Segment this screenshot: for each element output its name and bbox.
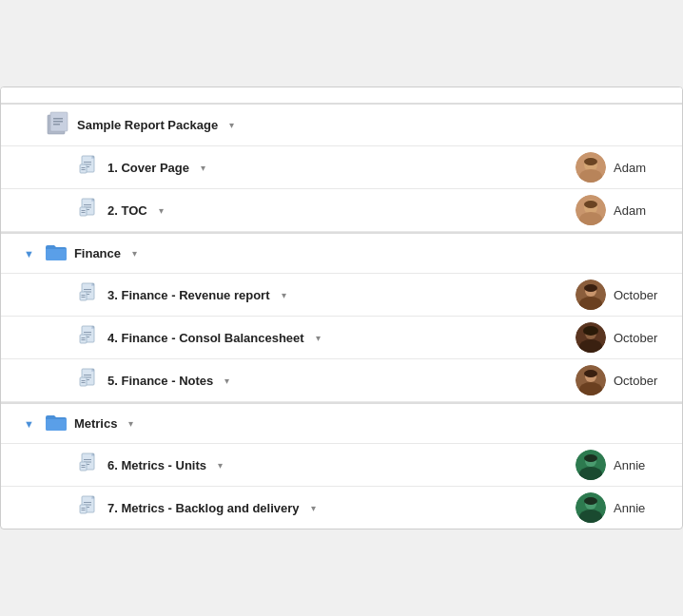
row-author-cover-page: Adam: [576, 152, 671, 183]
row-author-finance-notes: October: [576, 365, 671, 395]
svg-rect-44: [80, 335, 87, 343]
avatar-finance-revenue: [576, 279, 606, 310]
svg-point-83: [584, 497, 597, 505]
type-icon-sample-report-package: [45, 110, 71, 140]
svg-rect-63: [84, 459, 91, 460]
svg-rect-2: [53, 118, 63, 120]
row-author-finance-revenue: October: [576, 279, 671, 310]
svg-rect-34: [82, 295, 86, 296]
svg-rect-46: [82, 339, 86, 340]
row-label-metrics-units: 6. Metrics - Units: [107, 458, 206, 472]
row-name-finance-notes: 5. Finance - Notes ▾: [12, 368, 452, 394]
row-finance: ▼ Finance ▾: [1, 232, 682, 274]
svg-rect-41: [84, 332, 91, 333]
svg-point-28: [584, 201, 597, 208]
row-finance-consol: 4. Finance - Consol Balancesheet ▾ Octob…: [1, 317, 682, 359]
row-metrics-units: 6. Metrics - Units ▾ Annie: [1, 444, 682, 487]
report-table: Sample Report Package ▾ 1. Cover Page ▾: [0, 87, 683, 529]
row-finance-notes: 5. Finance - Notes ▾ October: [1, 359, 682, 402]
row-label-sample-report-package: Sample Report Package: [77, 118, 218, 132]
svg-rect-35: [82, 297, 86, 298]
svg-rect-3: [53, 121, 63, 123]
author-name-finance-revenue: October: [614, 288, 657, 302]
svg-rect-33: [80, 292, 87, 300]
row-label-finance: Finance: [74, 246, 121, 260]
svg-rect-6: [84, 162, 91, 163]
dropdown-arrow-metrics-backlog[interactable]: ▾: [311, 503, 316, 513]
rows-container: Sample Report Package ▾ 1. Cover Page ▾: [1, 105, 682, 529]
row-metrics: ▼ Metrics ▾: [1, 402, 682, 444]
collapse-icon[interactable]: ▼: [24, 248, 34, 260]
svg-point-16: [584, 158, 597, 165]
row-finance-revenue: 3. Finance - Revenue report ▾ October: [1, 274, 682, 317]
dropdown-arrow-finance-revenue[interactable]: ▾: [282, 290, 286, 300]
dropdown-arrow-metrics-units[interactable]: ▾: [218, 460, 223, 471]
row-author-metrics-units: Annie: [576, 450, 671, 480]
svg-rect-67: [82, 465, 86, 466]
svg-rect-74: [84, 502, 91, 503]
svg-rect-77: [80, 505, 87, 513]
svg-point-50: [583, 326, 598, 336]
type-icon-finance-consol: [79, 325, 102, 351]
row-name-metrics-backlog: 7. Metrics - Backlog and delivery ▾: [12, 495, 452, 521]
svg-rect-9: [80, 164, 87, 173]
svg-rect-30: [84, 289, 91, 290]
svg-rect-55: [80, 377, 87, 386]
row-label-finance-notes: 5. Finance - Notes: [107, 374, 213, 388]
dropdown-arrow-finance-notes[interactable]: ▾: [224, 375, 229, 386]
row-author-metrics-backlog: Annie: [576, 492, 671, 523]
type-icon-finance-revenue: [79, 282, 102, 308]
row-label-metrics: Metrics: [74, 416, 118, 431]
row-cover-page: 1. Cover Page ▾ Adam: [1, 146, 682, 189]
dropdown-arrow-metrics[interactable]: ▾: [128, 418, 133, 429]
svg-rect-68: [82, 467, 86, 468]
avatar-toc: [576, 195, 606, 225]
svg-rect-56: [82, 380, 86, 381]
type-icon-finance-notes: [79, 368, 102, 394]
author-name-toc: Adam: [614, 203, 646, 218]
type-icon-metrics-backlog: [79, 495, 102, 521]
row-label-cover-page: 1. Cover Page: [107, 161, 189, 175]
svg-rect-10: [82, 167, 86, 168]
svg-point-39: [584, 284, 597, 292]
svg-point-72: [584, 454, 597, 462]
svg-rect-66: [80, 462, 87, 471]
dropdown-arrow-finance-consol[interactable]: ▾: [316, 333, 321, 343]
row-author-finance-consol: October: [576, 322, 671, 353]
author-name-cover-page: Adam: [614, 161, 646, 175]
author-name-finance-consol: October: [614, 331, 657, 345]
dropdown-arrow-sample-report-package[interactable]: ▾: [229, 120, 234, 130]
avatar-finance-notes: [576, 365, 606, 395]
row-name-cover-page: 1. Cover Page ▾: [12, 155, 452, 181]
row-name-metrics-units: 6. Metrics - Units ▾: [12, 452, 452, 478]
svg-rect-57: [82, 382, 86, 383]
row-label-finance-consol: 4. Finance - Consol Balancesheet: [107, 331, 304, 345]
svg-point-61: [584, 370, 597, 377]
row-label-metrics-backlog: 7. Metrics - Backlog and delivery: [107, 501, 300, 515]
svg-rect-45: [82, 337, 86, 338]
type-icon-cover-page: [79, 155, 102, 181]
row-label-toc: 2. TOC: [107, 203, 147, 218]
svg-rect-52: [84, 375, 91, 375]
svg-rect-21: [80, 207, 87, 216]
svg-rect-23: [82, 212, 86, 213]
avatar-metrics-units: [576, 450, 606, 480]
type-icon-toc: [79, 198, 102, 223]
dropdown-arrow-toc[interactable]: ▾: [159, 205, 164, 216]
dropdown-arrow-finance[interactable]: ▾: [132, 248, 137, 259]
type-icon-metrics: [44, 410, 68, 437]
svg-rect-79: [82, 510, 86, 510]
row-toc: 2. TOC ▾ Adam: [1, 189, 682, 232]
dropdown-arrow-cover-page[interactable]: ▾: [201, 163, 205, 173]
row-name-finance-revenue: 3. Finance - Revenue report ▾: [12, 282, 452, 308]
svg-rect-18: [84, 204, 91, 205]
table-header: [1, 87, 682, 105]
collapse-icon[interactable]: ▼: [24, 418, 34, 430]
row-name-finance-consol: 4. Finance - Consol Balancesheet ▾: [12, 325, 452, 351]
author-name-finance-notes: October: [614, 374, 657, 388]
row-label-finance-revenue: 3. Finance - Revenue report: [107, 288, 270, 302]
avatar-metrics-backlog: [576, 492, 606, 523]
avatar-finance-consol: [576, 322, 606, 353]
row-name-sample-report-package: Sample Report Package ▾: [12, 110, 452, 140]
row-name-toc: 2. TOC ▾: [12, 198, 452, 223]
